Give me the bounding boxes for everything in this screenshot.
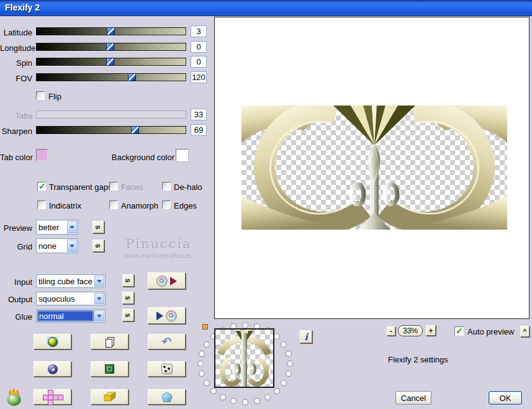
fov-slider-thumb[interactable] bbox=[128, 73, 136, 81]
s-button-label: s bbox=[124, 296, 133, 300]
sharpen-slider[interactable] bbox=[36, 126, 186, 134]
settings-name-label: Flexify 2 settings bbox=[388, 355, 448, 364]
glue-s-button[interactable]: s bbox=[122, 309, 134, 321]
chevron-down-icon[interactable] bbox=[94, 293, 104, 304]
dial-handle[interactable] bbox=[202, 324, 208, 330]
globe-mode-button[interactable] bbox=[34, 334, 71, 349]
dial-dot[interactable] bbox=[204, 380, 210, 386]
output-s-button[interactable]: s bbox=[122, 292, 134, 304]
play-triangle-icon bbox=[170, 277, 177, 285]
play-triangle-icon bbox=[156, 312, 163, 320]
edges-checkbox[interactable] bbox=[162, 200, 171, 209]
torus-mode-button[interactable] bbox=[34, 361, 71, 377]
grid-s-button[interactable]: s bbox=[92, 240, 104, 252]
latitude-slider-thumb[interactable] bbox=[107, 27, 115, 35]
dial-dot[interactable] bbox=[254, 398, 260, 404]
zoom-in-button[interactable]: + bbox=[426, 325, 436, 336]
dial-dot[interactable] bbox=[210, 388, 217, 394]
transparent-gaps-checkbox[interactable] bbox=[37, 182, 46, 191]
input-combo-label: Input bbox=[0, 277, 32, 287]
dial-dot[interactable] bbox=[199, 371, 205, 377]
tabs-value-field[interactable] bbox=[191, 109, 207, 120]
anamorph-label: Anamorph bbox=[121, 201, 158, 210]
zoom-out-button[interactable]: - bbox=[387, 326, 395, 336]
auto-preview-checkbox[interactable] bbox=[454, 326, 464, 336]
save-settings-button[interactable] bbox=[148, 272, 186, 289]
chevron-down-icon[interactable] bbox=[67, 221, 77, 233]
preview-combo[interactable]: better bbox=[36, 220, 78, 235]
input-combo-value: tiling cube face bbox=[38, 277, 92, 286]
green-square-icon bbox=[105, 364, 114, 374]
load-settings-button[interactable] bbox=[148, 307, 186, 324]
flaming-pear-logo-button[interactable] bbox=[4, 387, 25, 407]
dial-dot[interactable] bbox=[242, 399, 248, 405]
fov-value-field[interactable] bbox=[191, 71, 207, 83]
chevron-down-icon[interactable] bbox=[67, 240, 77, 252]
dial-dot[interactable] bbox=[204, 341, 210, 348]
lego-brick-icon bbox=[102, 392, 117, 403]
dial-dot[interactable] bbox=[197, 361, 204, 367]
undo-button[interactable]: ↶ bbox=[148, 334, 186, 349]
input-s-button[interactable]: s bbox=[122, 274, 134, 287]
longitude-slider-thumb[interactable] bbox=[106, 43, 114, 51]
background-color-swatch[interactable] bbox=[176, 149, 188, 161]
polyhedron-mode-button[interactable] bbox=[148, 389, 186, 405]
latitude-value-field[interactable] bbox=[191, 25, 207, 37]
dial-dot[interactable] bbox=[286, 371, 292, 377]
tab-color-label: Tab color bbox=[0, 153, 32, 162]
cube-net-button[interactable] bbox=[34, 389, 71, 405]
minus-icon: - bbox=[390, 327, 392, 336]
tab-color-swatch[interactable] bbox=[36, 149, 48, 161]
latitude-slider[interactable] bbox=[36, 27, 186, 35]
zoom-level[interactable]: 33% bbox=[398, 325, 423, 336]
indicatrix-checkbox[interactable] bbox=[37, 200, 46, 209]
info-button[interactable]: i bbox=[300, 330, 312, 343]
chevron-down-icon[interactable] bbox=[94, 276, 104, 287]
cancel-button[interactable]: Cancel bbox=[395, 391, 431, 405]
dial-dot[interactable] bbox=[281, 380, 287, 386]
frame-mode-button[interactable] bbox=[91, 361, 128, 377]
dial-dot[interactable] bbox=[220, 394, 226, 400]
sharpen-slider-thumb[interactable] bbox=[131, 126, 139, 134]
dial-dot[interactable] bbox=[242, 322, 248, 328]
dial-dot[interactable] bbox=[281, 341, 287, 348]
dial-dot[interactable] bbox=[287, 361, 293, 367]
dehalo-checkbox[interactable] bbox=[162, 182, 171, 191]
lego-mode-button[interactable] bbox=[91, 389, 128, 405]
copy-button[interactable] bbox=[91, 334, 128, 349]
glue-combo-value: normal bbox=[37, 310, 94, 321]
sharpen-value-field[interactable] bbox=[191, 124, 207, 136]
window-title: Flexify 2 bbox=[5, 2, 40, 12]
spin-slider[interactable] bbox=[36, 58, 186, 66]
preview-panel[interactable] bbox=[214, 17, 530, 319]
dial-dot[interactable] bbox=[264, 394, 271, 400]
random-button[interactable] bbox=[148, 361, 186, 377]
faces-checkbox[interactable] bbox=[109, 182, 118, 191]
longitude-value-field[interactable] bbox=[191, 41, 207, 53]
grid-combo[interactable]: none bbox=[36, 238, 78, 253]
ok-button[interactable]: OK bbox=[489, 391, 522, 405]
anamorph-checkbox[interactable] bbox=[109, 200, 118, 209]
s-button-label: s bbox=[124, 313, 133, 318]
spin-value-field[interactable] bbox=[191, 56, 207, 68]
faces-label: Faces bbox=[121, 182, 143, 192]
glue-combo[interactable]: normal bbox=[36, 309, 106, 323]
longitude-slider[interactable] bbox=[36, 43, 186, 51]
collapse-button[interactable]: ^ bbox=[520, 326, 530, 337]
chevron-down-icon[interactable] bbox=[94, 310, 104, 321]
dial-dot[interactable] bbox=[286, 351, 292, 357]
dial-dot[interactable] bbox=[230, 398, 237, 404]
preview-thumbnail[interactable] bbox=[214, 328, 274, 388]
fov-slider[interactable] bbox=[36, 73, 186, 81]
input-combo[interactable]: tiling cube face bbox=[36, 274, 106, 288]
output-combo[interactable]: squoculus bbox=[36, 292, 106, 305]
dial-dot[interactable] bbox=[199, 351, 205, 357]
preview-s-button[interactable]: s bbox=[92, 221, 104, 233]
dial-dot[interactable] bbox=[274, 388, 280, 394]
spin-slider-thumb[interactable] bbox=[106, 58, 114, 66]
sharpen-label: Sharpen bbox=[0, 127, 32, 136]
transparent-gaps-label: Transparent gaps bbox=[49, 182, 112, 192]
dial-dot[interactable] bbox=[274, 333, 280, 339]
flip-checkbox[interactable] bbox=[36, 91, 45, 100]
torus-icon bbox=[48, 364, 58, 374]
